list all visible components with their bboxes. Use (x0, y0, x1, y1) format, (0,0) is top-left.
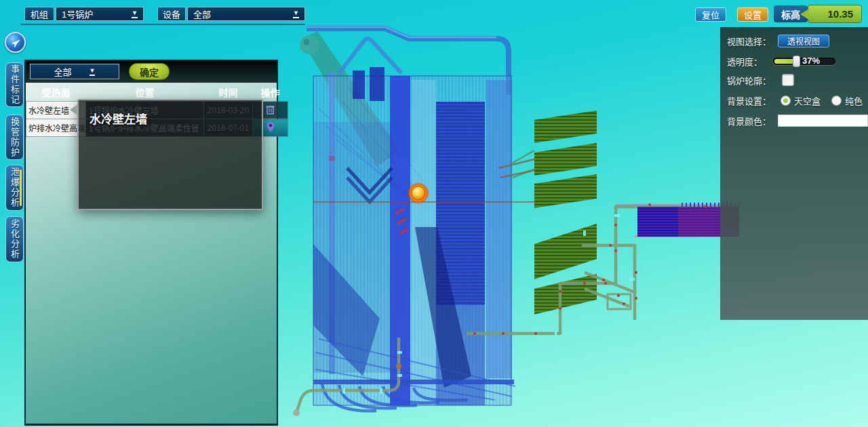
background-color-row: 背景颜色： (727, 113, 868, 128)
chevron-down-icon: ▼ (90, 68, 96, 76)
pipe-end-cap (293, 409, 300, 416)
perspective-view-text: 透视视图 (787, 35, 820, 47)
sidebar-tab-label: 换管防护 (8, 117, 21, 158)
opacity-value: 37% (802, 56, 820, 66)
elevation-label-text: 标高 (781, 7, 800, 21)
view-select-row: 视图选择： 透视视图 (727, 33, 829, 48)
device-dropdown-value: 全部 (193, 7, 211, 20)
background-mode-label: 背景设置： (727, 94, 771, 107)
main-3d-viewport[interactable]: 机组 1号锅炉 ▼ 设备 全部 ▼ 复位 设置 标高 10.35 事件标记 换管… (0, 0, 868, 427)
skybox-radio-label: 天空盒 (794, 94, 821, 107)
elevation-value-badge: 10.35 (808, 5, 862, 23)
confirm-button[interactable]: 确定 (129, 63, 170, 80)
toolbar-underline (20, 24, 305, 25)
sidebar-tab-explosion-analysis[interactable]: 泄爆分析 (5, 165, 24, 211)
boiler-body (313, 39, 544, 411)
sidebar-tab-label: 事件标记 (8, 64, 21, 105)
view-select-label: 视图选择： (727, 35, 771, 47)
sidebar-tab-tube-protection[interactable]: 换管防护 (5, 115, 24, 160)
device-label-text: 设备 (163, 7, 180, 20)
pin-icon[interactable] (266, 121, 275, 133)
skybox-radio[interactable]: 天空盒 (781, 94, 821, 107)
chevron-down-icon: ▼ (293, 10, 299, 18)
radio-dot-icon (783, 98, 788, 103)
back-button[interactable] (5, 32, 26, 53)
unit-dropdown[interactable]: 1号锅炉 ▼ (56, 7, 144, 21)
elevation-value-text: 10.35 (827, 8, 853, 20)
reset-button-text: 复位 (702, 8, 719, 21)
solid-color-radio[interactable]: 纯色 (831, 94, 863, 107)
background-color-label: 背景颜色： (727, 115, 771, 127)
event-filter-value: 全部 (54, 65, 72, 78)
back-arrow-icon (9, 37, 22, 49)
opacity-row: 透明度： 37% (727, 54, 835, 68)
active-tab-indicator (20, 169, 22, 206)
background-color-swatch[interactable] (778, 115, 868, 127)
confirm-button-text: 确定 (140, 65, 159, 79)
surface-tooltip: 水冷壁左墙 (77, 99, 263, 210)
reset-button[interactable]: 复位 (695, 7, 726, 22)
settings-button-text: 设置 (744, 8, 762, 21)
outline-row: 锅炉轮廓： (727, 73, 794, 87)
background-mode-row: 背景设置： 天空盒 纯色 (727, 93, 863, 108)
sidebar-tab-label: 劣化分析 (8, 219, 21, 260)
unit-dropdown-value: 1号锅炉 (62, 7, 93, 20)
sidebar-tab-degradation-analysis[interactable]: 劣化分析 (5, 216, 24, 262)
tooltip-text: 水冷壁左墙 (79, 100, 262, 127)
unit-label: 机组 (24, 7, 54, 21)
radio-ring-icon (831, 96, 842, 106)
device-dropdown[interactable]: 全部 ▼ (187, 7, 305, 21)
boiler-outline-checkbox[interactable] (782, 74, 794, 86)
sidebar-tab-event-marks[interactable]: 事件标记 (5, 62, 24, 107)
event-filter-dropdown[interactable]: 全部 ▼ (30, 64, 119, 79)
event-list-panel: 全部 ▼ 确定 受热面 位置 时间 操作 水冷壁左墙 1号锅炉水冷壁左墙 201… (24, 60, 278, 426)
perspective-view-button[interactable]: 透视视图 (778, 35, 829, 47)
view-settings-panel: 视图选择： 透视视图 透明度： 37% 锅炉轮廓： 背景设置： 天空盒 纯色 背… (720, 27, 868, 320)
radio-ring-icon (781, 96, 791, 106)
event-panel-header: 全部 ▼ 确定 (26, 61, 277, 83)
col-header-surface: 受热面 (26, 83, 86, 102)
unit-label-text: 机组 (31, 7, 48, 20)
solid-color-radio-label: 纯色 (845, 94, 863, 107)
pipe-joint (396, 363, 401, 369)
chevron-down-icon: ▼ (132, 10, 138, 18)
opacity-slider-handle[interactable] (793, 56, 800, 67)
device-label: 设备 (157, 7, 186, 21)
trash-icon[interactable] (265, 104, 275, 115)
opacity-slider[interactable]: 37% (773, 58, 835, 65)
outline-label: 锅炉轮廓： (727, 74, 771, 87)
settings-button[interactable]: 设置 (737, 7, 768, 22)
opacity-label: 透明度： (727, 55, 762, 68)
event-marker-orb[interactable] (408, 182, 429, 204)
